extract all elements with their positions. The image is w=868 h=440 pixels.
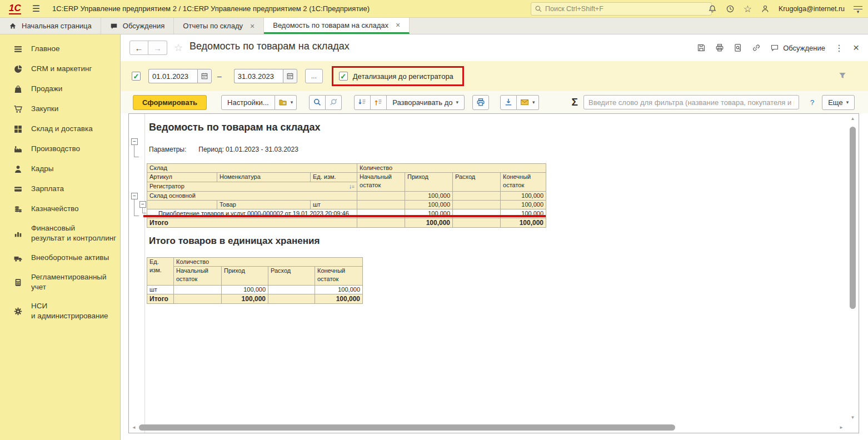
table-header-row: Артикул Номенклатура Ед. изм. Начальный … [147, 173, 546, 182]
report-variants-button[interactable]: ▾ [275, 95, 297, 110]
sidebar-item-warehouse[interactable]: Склад и доставка [0, 119, 120, 139]
sidebar-item-hr[interactable]: Кадры [0, 159, 120, 179]
group-bracket [134, 145, 139, 157]
scroll-right-icon[interactable]: ► [837, 423, 845, 432]
close-tab-icon[interactable]: × [396, 21, 400, 29]
factory-icon [13, 144, 23, 154]
horizontal-scroll-thumb[interactable] [139, 424, 675, 431]
sidebar-item-assets[interactable]: Внеоборотные активы [0, 248, 120, 268]
date-range-dash: – [217, 72, 222, 81]
tab-bar: Начальная страница Обсуждения Отчеты по … [0, 18, 868, 34]
home-icon [9, 22, 17, 30]
notifications-bell-icon[interactable] [708, 4, 717, 13]
date-from-input[interactable] [148, 69, 197, 83]
close-page-icon[interactable]: × [853, 42, 859, 54]
horizontal-scrollbar[interactable]: ◄ ► [130, 423, 845, 432]
tab-label: Ведомость по товарам на складах [273, 21, 388, 29]
more-actions-icon[interactable]: ⋮ [835, 43, 844, 53]
vertical-scrollbar[interactable]: ▲ ▼ [848, 115, 857, 422]
scroll-left-icon[interactable]: ◄ [130, 423, 138, 432]
tab-warehouse-reports[interactable]: Отчеты по складу × [174, 18, 264, 34]
favorite-star-icon[interactable]: ☆ [174, 42, 183, 54]
bag-icon [13, 84, 23, 94]
sidebar-item-admin[interactable]: НСИ и администрирование [0, 297, 120, 326]
scroll-up-icon[interactable]: ▲ [848, 115, 857, 123]
report-toolbar: Сформировать Настройки... ▾ [121, 91, 868, 113]
calendar-icon[interactable] [283, 69, 297, 83]
sidebar-item-purchases[interactable]: Закупки [0, 99, 120, 119]
expand-groups-button[interactable] [371, 95, 387, 110]
discussion-icon[interactable] [770, 43, 779, 52]
find-button[interactable] [309, 95, 326, 110]
group-collapse-item[interactable]: − [139, 201, 146, 208]
sidebar-item-regulated[interactable]: Регламентированный учет [0, 268, 120, 297]
section-sidebar: Главное CRM и маркетинг Продажи Закупки … [0, 34, 120, 440]
print-icon[interactable] [715, 43, 724, 52]
sidebar-item-treasury[interactable]: Казначейство [0, 199, 120, 219]
group-collapse-header[interactable]: − [131, 138, 138, 145]
close-tab-icon[interactable]: × [250, 22, 255, 31]
calendar-icon[interactable] [197, 69, 212, 83]
table-row-total: Итого 100,000 100,000 [147, 294, 363, 304]
sort-icon[interactable]: ↓≡ [349, 182, 355, 191]
cart-icon [13, 104, 23, 114]
tab-discussions[interactable]: Обсуждения [101, 18, 174, 34]
vertical-scroll-thumb[interactable] [850, 127, 856, 309]
cancel-search-button[interactable] [326, 95, 342, 110]
save-icon[interactable] [697, 43, 706, 52]
section2-title: Итого товаров в единицах хранения [149, 236, 320, 247]
favorites-star-icon[interactable]: ☆ [744, 3, 752, 15]
global-search-input[interactable] [545, 5, 708, 13]
card-icon [13, 184, 23, 194]
group-collapse-warehouse[interactable]: − [131, 193, 138, 199]
discussion-label[interactable]: Обсуждение [783, 44, 825, 52]
sidebar-item-main[interactable]: Главное [0, 39, 120, 59]
scroll-down-icon[interactable]: ▼ [848, 414, 857, 422]
search-cancel-icon [329, 98, 338, 107]
global-menu-icon[interactable]: ▾ [854, 5, 862, 13]
sidebar-item-production[interactable]: Производство [0, 139, 120, 159]
table-row-unit[interactable]: шт 100,000 100,000 [147, 286, 363, 294]
more-button[interactable]: Еще ▾ [822, 95, 855, 110]
user-email[interactable]: Krugolga@internet.ru [779, 5, 845, 13]
send-email-button[interactable]: ▾ [517, 95, 539, 110]
filter-funnel-icon[interactable] [838, 71, 847, 80]
table-row-item[interactable]: Товар шт 100,000 100,000 [147, 201, 546, 209]
help-link[interactable]: ? [810, 98, 814, 107]
annotation-red-box: ✓ Детализация до регистратора [332, 66, 464, 86]
sidebar-item-finance[interactable]: Финансовый результат и контроллинг [0, 219, 120, 248]
app-title: 1С:ERP Управление предприятием 2 / 1С:ER… [52, 4, 370, 13]
global-search[interactable] [531, 2, 712, 16]
coins-icon [13, 204, 23, 214]
sidebar-item-salary[interactable]: Зарплата [0, 179, 120, 199]
link-icon[interactable] [752, 43, 761, 52]
sidebar-item-crm[interactable]: CRM и маркетинг [0, 59, 120, 79]
quick-filter-input[interactable] [583, 95, 799, 109]
sidebar-item-sales[interactable]: Продажи [0, 79, 120, 99]
back-button[interactable]: ← [129, 41, 148, 55]
printer-icon [476, 98, 485, 107]
main-menu-icon[interactable]: ☰ [32, 3, 40, 14]
tab-home[interactable]: Начальная страница [0, 18, 101, 34]
chat-icon [110, 22, 118, 30]
generate-button[interactable]: Сформировать [133, 95, 207, 110]
period-checkbox[interactable]: ✓ [132, 72, 141, 81]
history-clock-icon[interactable] [726, 4, 735, 13]
user-icon[interactable] [761, 4, 770, 13]
date-to-input[interactable] [234, 69, 283, 83]
settings-button[interactable]: Настройки... [221, 95, 275, 110]
expand-to-button[interactable]: Разворачивать до ▾ [387, 95, 465, 110]
print-button[interactable] [472, 95, 489, 110]
report-title: Ведомость по товарам на складах [149, 122, 321, 133]
detail-checkbox-label[interactable]: Детализация до регистратора [353, 72, 453, 81]
table-row-warehouse[interactable]: Склад основной 100,000 100,000 [147, 192, 546, 201]
forward-button[interactable]: → [148, 41, 167, 55]
preview-icon[interactable] [734, 43, 742, 52]
tab-goods-statement[interactable]: Ведомость по товарам на складах × [264, 18, 410, 34]
sum-sigma-icon[interactable]: Σ [572, 96, 578, 108]
detail-checkbox[interactable]: ✓ [339, 72, 348, 81]
save-result-button[interactable] [500, 95, 517, 110]
date-to-field [234, 69, 297, 83]
period-options-button[interactable]: ... [305, 69, 323, 83]
collapse-groups-button[interactable] [354, 95, 371, 110]
